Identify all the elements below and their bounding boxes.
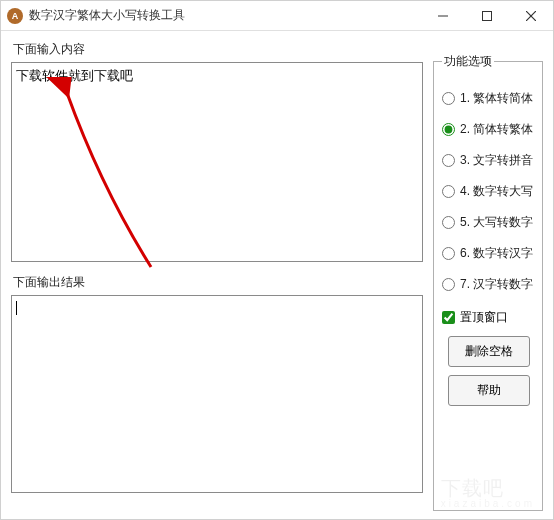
input-textarea[interactable]	[11, 62, 423, 262]
help-button[interactable]: 帮助	[448, 375, 530, 406]
svg-line-2	[526, 11, 536, 21]
radio-1-label: 1. 繁体转简体	[460, 90, 533, 107]
close-button[interactable]	[509, 1, 553, 31]
minimize-button[interactable]	[421, 1, 465, 31]
always-on-top-checkbox[interactable]	[442, 311, 455, 324]
maximize-button[interactable]	[465, 1, 509, 31]
svg-rect-1	[483, 11, 492, 20]
option-5-uppercase-to-number[interactable]: 5. 大写转数字	[442, 214, 536, 231]
always-on-top-label: 置顶窗口	[460, 309, 508, 326]
radio-6[interactable]	[442, 247, 455, 260]
radio-6-label: 6. 数字转汉字	[460, 245, 533, 262]
remove-spaces-button[interactable]: 删除空格	[448, 336, 530, 367]
radio-4-label: 4. 数字转大写	[460, 183, 533, 200]
text-cursor	[16, 301, 17, 315]
app-icon: A	[7, 8, 23, 24]
option-2-simplified-to-traditional[interactable]: 2. 简体转繁体	[442, 121, 536, 138]
radio-3-label: 3. 文字转拼音	[460, 152, 533, 169]
output-label: 下面输出结果	[13, 274, 423, 291]
app-window: A 数字汉字繁体大小写转换工具 下面输入内容 下面输出结果 功能选项 1. 繁体…	[0, 0, 554, 520]
left-column: 下面输入内容 下面输出结果	[11, 39, 423, 511]
maximize-icon	[482, 11, 492, 21]
options-panel: 功能选项 1. 繁体转简体 2. 简体转繁体 3. 文字转拼音 4. 数字转大写…	[433, 53, 543, 511]
option-1-traditional-to-simplified[interactable]: 1. 繁体转简体	[442, 90, 536, 107]
radio-3[interactable]	[442, 154, 455, 167]
option-7-chinese-to-number[interactable]: 7. 汉字转数字	[442, 276, 536, 293]
window-title: 数字汉字繁体大小写转换工具	[29, 7, 185, 24]
radio-1[interactable]	[442, 92, 455, 105]
minimize-icon	[438, 11, 448, 21]
input-label: 下面输入内容	[13, 41, 423, 58]
radio-4[interactable]	[442, 185, 455, 198]
output-textarea[interactable]	[11, 295, 423, 493]
option-4-number-to-uppercase[interactable]: 4. 数字转大写	[442, 183, 536, 200]
options-legend: 功能选项	[442, 53, 494, 70]
radio-5-label: 5. 大写转数字	[460, 214, 533, 231]
always-on-top-row[interactable]: 置顶窗口	[442, 309, 536, 326]
client-area: 下面输入内容 下面输出结果 功能选项 1. 繁体转简体 2. 简体转繁体 3. …	[1, 31, 553, 519]
radio-7-label: 7. 汉字转数字	[460, 276, 533, 293]
option-6-number-to-chinese[interactable]: 6. 数字转汉字	[442, 245, 536, 262]
radio-5[interactable]	[442, 216, 455, 229]
titlebar: A 数字汉字繁体大小写转换工具	[1, 1, 553, 31]
option-3-text-to-pinyin[interactable]: 3. 文字转拼音	[442, 152, 536, 169]
radio-2[interactable]	[442, 123, 455, 136]
close-icon	[526, 11, 536, 21]
radio-2-label: 2. 简体转繁体	[460, 121, 533, 138]
svg-line-3	[526, 11, 536, 21]
radio-7[interactable]	[442, 278, 455, 291]
